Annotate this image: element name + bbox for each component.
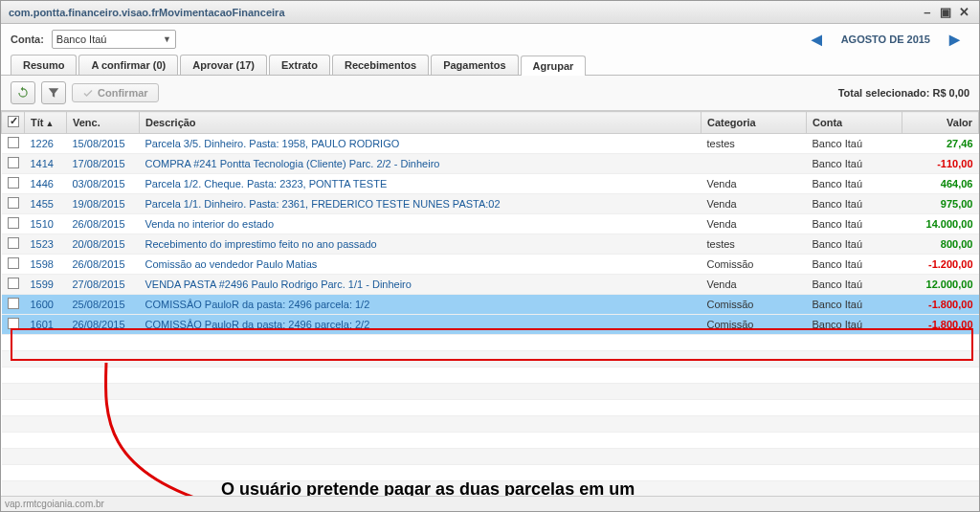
table-row[interactable]: 160126/08/2015COMISSÂO PauloR da pasta: … bbox=[2, 315, 979, 335]
cell-desc: Recebimento do imprestimo feito no ano p… bbox=[140, 234, 702, 255]
table-row[interactable]: 122615/08/2015Parcela 3/5. Dinheiro. Pas… bbox=[2, 134, 979, 154]
row-checkbox[interactable] bbox=[8, 137, 19, 148]
cell-tit: 1600 bbox=[25, 295, 67, 315]
row-checkbox[interactable] bbox=[8, 217, 19, 229]
cell-conta: Banco Itaú bbox=[807, 295, 902, 315]
table-row[interactable]: 160025/08/2015COMISSÂO PauloR da pasta: … bbox=[2, 295, 979, 315]
cell-desc: COMISSÂO PauloR da pasta: 2496 parcela: … bbox=[140, 315, 702, 335]
cell-valor: 12.000,00 bbox=[902, 275, 979, 295]
total-selected: Total selecionado: R$ 0,00 bbox=[838, 87, 969, 99]
cell-conta: Banco Itaú bbox=[807, 194, 902, 214]
table-row[interactable]: 141417/08/2015COMPRA #241 Pontta Tecnolo… bbox=[2, 154, 979, 174]
cell-valor: -110,00 bbox=[902, 154, 979, 174]
table-row[interactable]: 145519/08/2015Parcela 1/1. Dinheiro. Pas… bbox=[2, 194, 979, 214]
cell-tit: 1226 bbox=[25, 134, 67, 154]
next-month-button[interactable]: ▶ bbox=[949, 32, 960, 47]
minimize-button[interactable]: – bbox=[920, 5, 935, 19]
cell-venc: 15/08/2015 bbox=[67, 134, 140, 154]
row-checkbox[interactable] bbox=[8, 318, 19, 329]
tab-a-confirmar[interactable]: A confirmar (0) bbox=[78, 55, 178, 75]
cell-venc: 25/08/2015 bbox=[67, 295, 140, 315]
cell-tit: 1601 bbox=[25, 315, 67, 335]
row-checkbox[interactable] bbox=[8, 257, 19, 269]
cell-cat: Comissão bbox=[702, 255, 807, 275]
cell-cat: Comissão bbox=[702, 315, 807, 335]
maximize-button[interactable]: ▣ bbox=[938, 5, 953, 19]
table-row[interactable]: 144603/08/2015Parcela 1/2. Cheque. Pasta… bbox=[2, 174, 979, 194]
prev-month-button[interactable]: ◀ bbox=[812, 32, 822, 47]
cell-venc: 20/08/2015 bbox=[67, 234, 140, 255]
cell-valor: 14.000,00 bbox=[902, 214, 979, 234]
row-checkbox[interactable] bbox=[8, 157, 19, 168]
cell-conta: Banco Itaú bbox=[807, 315, 902, 335]
col-header-conta[interactable]: Conta bbox=[807, 112, 902, 134]
cell-desc: Parcela 1/1. Dinheiro. Pasta: 2361, FRED… bbox=[140, 194, 702, 214]
close-button[interactable]: ✕ bbox=[956, 5, 971, 19]
col-header-desc[interactable]: Descrição bbox=[140, 112, 702, 134]
tab-aprovar[interactable]: Aprovar (17) bbox=[180, 55, 267, 75]
cell-tit: 1455 bbox=[25, 194, 67, 214]
row-checkbox[interactable] bbox=[8, 278, 19, 289]
cell-valor: 800,00 bbox=[902, 234, 979, 255]
titlebar: com.pontta.financeiro.visao.frMovimentac… bbox=[1, 1, 979, 24]
conta-combo[interactable]: Banco Itaú ▼ bbox=[52, 30, 176, 49]
cell-valor: 975,00 bbox=[902, 194, 979, 214]
cell-desc: Parcela 1/2. Cheque. Pasta: 2323, PONTTA… bbox=[140, 174, 702, 194]
cell-conta: Banco Itaú bbox=[807, 214, 902, 234]
empty-row bbox=[2, 351, 979, 367]
cell-venc: 26/08/2015 bbox=[67, 214, 140, 234]
row-checkbox[interactable] bbox=[8, 237, 19, 249]
cell-cat: testes bbox=[702, 234, 807, 255]
table-row[interactable]: 159826/08/2015Comissão ao vendedor Paulo… bbox=[2, 255, 979, 275]
cell-tit: 1510 bbox=[25, 214, 67, 234]
table-row[interactable]: 159927/08/2015VENDA PASTA #2496 Paulo Ro… bbox=[2, 275, 979, 295]
tabs: Resumo A confirmar (0) Aprovar (17) Extr… bbox=[1, 49, 979, 76]
cell-cat: Venda bbox=[702, 194, 807, 214]
tab-agrupar[interactable]: Agrupar bbox=[521, 56, 587, 76]
status-bar: vap.rmtcgoiania.com.br bbox=[1, 496, 979, 511]
app-window: com.pontta.financeiro.visao.frMovimentac… bbox=[0, 0, 980, 512]
cell-cat: testes bbox=[702, 134, 807, 154]
confirm-button[interactable]: Confirmar bbox=[72, 83, 159, 102]
cell-desc: Comissão ao vendedor Paulo Matias bbox=[140, 255, 702, 275]
cell-tit: 1598 bbox=[25, 255, 67, 275]
empty-row bbox=[2, 335, 979, 351]
col-header-venc[interactable]: Venc. bbox=[67, 112, 140, 134]
tab-resumo[interactable]: Resumo bbox=[11, 55, 77, 75]
cell-valor: 27,46 bbox=[902, 134, 979, 154]
cell-cat: Venda bbox=[702, 174, 807, 194]
tab-recebimentos[interactable]: Recebimentos bbox=[332, 55, 429, 75]
col-header-check[interactable]: ✓ bbox=[2, 112, 25, 134]
empty-row bbox=[2, 465, 979, 481]
cell-cat: Comissão bbox=[702, 295, 807, 315]
conta-label: Conta: bbox=[11, 33, 44, 45]
col-header-valor[interactable]: Valor bbox=[902, 112, 979, 134]
filter-button[interactable] bbox=[41, 81, 66, 104]
col-header-tit[interactable]: Tít▲ bbox=[25, 112, 67, 134]
cell-conta: Banco Itaú bbox=[807, 255, 902, 275]
col-header-cat[interactable]: Categoria bbox=[702, 112, 807, 134]
table-row[interactable]: 152320/08/2015Recebimento do imprestimo … bbox=[2, 234, 979, 255]
row-checkbox[interactable] bbox=[8, 197, 19, 209]
grid[interactable]: ✓ Tít▲ Venc. Descrição Categoria Conta V… bbox=[1, 111, 979, 496]
cell-venc: 26/08/2015 bbox=[67, 315, 140, 335]
row-checkbox[interactable] bbox=[8, 177, 19, 189]
cell-cat bbox=[702, 154, 807, 174]
refresh-icon bbox=[16, 86, 30, 100]
cell-venc: 26/08/2015 bbox=[67, 255, 140, 275]
empty-row bbox=[2, 367, 979, 384]
cell-conta: Banco Itaú bbox=[807, 234, 902, 255]
period-label: AGOSTO DE 2015 bbox=[841, 33, 930, 45]
tab-extrato[interactable]: Extrato bbox=[269, 55, 330, 75]
table-row[interactable]: 151026/08/2015Venda no interior do estad… bbox=[2, 214, 979, 234]
row-checkbox[interactable] bbox=[8, 298, 19, 309]
cell-conta: Banco Itaú bbox=[807, 275, 902, 295]
transactions-table: ✓ Tít▲ Venc. Descrição Categoria Conta V… bbox=[1, 111, 979, 496]
sort-asc-icon: ▲ bbox=[45, 119, 54, 128]
empty-row bbox=[2, 433, 979, 449]
annotation-text: O usuário pretende pagar as duas parcela… bbox=[221, 479, 652, 496]
tab-pagamentos[interactable]: Pagamentos bbox=[431, 55, 518, 75]
cell-valor: -1.800,00 bbox=[902, 295, 979, 315]
cell-desc: Parcela 3/5. Dinheiro. Pasta: 1958, PAUL… bbox=[140, 134, 702, 154]
refresh-button[interactable] bbox=[11, 81, 35, 104]
